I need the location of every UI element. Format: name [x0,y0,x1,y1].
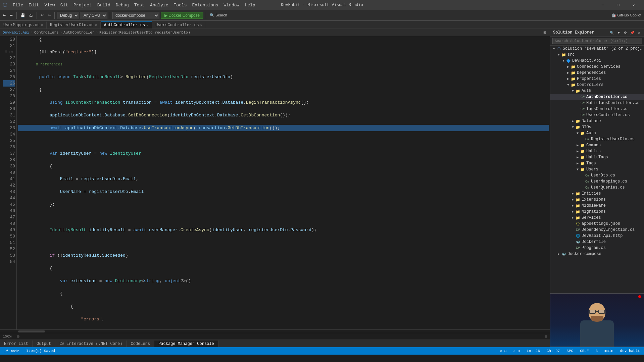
tree-services[interactable]: ▶ 📁 Services [550,215,644,221]
debug-mode-dropdown[interactable]: Debug [57,12,79,19]
tree-userdto[interactable]: C# UserDto.cs [550,172,644,178]
btab-codelens[interactable]: CodeLens [127,341,154,347]
branch-name[interactable]: main [603,349,614,353]
tree-userscontroller[interactable]: C# UsersController.cs [550,112,644,118]
tab-authcontroller-close[interactable]: ✕ [146,23,148,27]
tree-depinj[interactable]: C# DependencyInjection.cs [550,227,644,233]
run-button[interactable]: ▶ Docker Compose [161,12,203,19]
tree-middleware[interactable]: ▶ 📁 Middleware [550,203,644,209]
se-settings-button[interactable]: ⚙ [623,31,628,35]
minimize-button[interactable]: ─ [595,0,610,10]
chevron-icon: ▼ [571,89,575,93]
menu-edit[interactable]: Edit [26,2,42,8]
tree-appsettings[interactable]: {} appsettings.json [550,221,644,227]
tree-usermappings[interactable]: C# UserMappings.cs [550,178,644,185]
tree-dockerfile[interactable]: 🐋 Dockerfile [550,239,644,245]
tree-registeruserdto[interactable]: C# RegisterUserDto.cs [550,136,644,142]
tree-authcontroller-cs[interactable]: C# AuthController.cs [550,94,644,100]
btab-output[interactable]: Output [33,341,55,347]
tree-src[interactable]: ▼ 📁 src [550,52,644,58]
tab-usermappings[interactable]: UserMappings.cs ✕ [0,21,47,29]
git-branch[interactable]: ⎇ main [3,349,21,353]
menu-extensions[interactable]: Extensions [190,2,221,8]
scroll-btn-right[interactable] [545,335,547,338]
horizontal-scrollbar[interactable] [0,329,550,333]
tree-properties[interactable]: ▶ 📁 Properties [550,76,644,82]
scrollbar-thumb[interactable] [18,330,45,332]
close-button[interactable]: ✕ [626,0,641,10]
menu-project[interactable]: Project [71,2,95,8]
tree-habits[interactable]: ▶ 📁 Habits [550,148,644,154]
toolbar-saveall[interactable]: 🗂 [28,13,34,18]
tree-database[interactable]: ▶ 📁 Database [550,118,644,124]
editor-content[interactable]: 20 21 0 ref 22 23 24 25 26 27 28 29 30 3… [0,36,550,329]
platform-dropdown[interactable]: Any CPU [81,12,107,19]
warning-count[interactable]: ⚠ 0 [512,349,521,353]
split-editor-button[interactable]: ⊞ [542,30,547,35]
error-count[interactable]: ✕ 0 [498,349,508,353]
btab-csharp-interactive[interactable]: C# Interactive (.NET Core) [55,341,127,347]
launch-profile-dropdown[interactable]: docker-compose [112,12,159,19]
project-name[interactable]: dev-habit [619,349,641,353]
menu-analyze[interactable]: Analyze [147,2,171,8]
toolbar-redo[interactable]: ↪ [46,12,52,18]
menu-view[interactable]: View [42,2,57,8]
menu-file[interactable]: File [10,2,26,8]
se-pin-button[interactable]: 📌 [629,31,635,35]
toolbar-back[interactable]: ⬅ [1,12,7,18]
toolbar-save[interactable]: 💾 [19,12,27,18]
tab-registeruserdto[interactable]: RegisterUserDto.cs ✕ [47,21,101,29]
tree-devhabit-api[interactable]: ▼ 🔷 DevHabit.Api [550,58,644,64]
whitespace-mode[interactable]: SPC [565,349,575,353]
btab-package-manager[interactable]: Package Manager Console [154,341,218,347]
btab-errorlist[interactable]: Error List [0,341,33,347]
indent-size[interactable]: 3 [594,349,599,353]
tree-entities[interactable]: ▶ 📁 Entities [550,191,644,197]
se-search-input[interactable] [552,38,642,44]
tab-usermappings-close[interactable]: ✕ [41,23,43,27]
cursor-line[interactable]: Ln: 26 [525,349,541,353]
tree-tags[interactable]: ▶ 📁 Tags [550,160,644,166]
menu-tools[interactable]: Tools [171,2,190,8]
search-button[interactable]: 🔍 HelpSearch [208,12,229,18]
tree-auth-folder[interactable]: ▼ 📁 Auth [550,88,644,94]
tree-program-cs[interactable]: C# Program.cs [550,245,644,251]
tree-docker-compose[interactable]: ▶ 🐋 docker-compose [550,251,644,257]
github-copilot-button[interactable]: 🤖 GitHub Copilot [610,12,643,18]
tree-connected-services[interactable]: ▶ 📁 Connected Services [550,64,644,70]
code-editor[interactable]: { [HttpPost("register")] 0 references pu… [17,36,550,329]
tree-dependencies[interactable]: ▶ 📁 Dependencies [550,70,644,76]
scroll-btn-left[interactable] [17,335,19,338]
tree-habittagscontroller[interactable]: C# HabitTagsController.cs [550,100,644,106]
tree-common[interactable]: ▶ 📁 Common [550,142,644,148]
menu-window[interactable]: Window [221,2,242,8]
tree-dtos[interactable]: ▼ 📁 DTOs [550,124,644,130]
menu-debug[interactable]: Debug [113,2,132,8]
tab-authcontroller[interactable]: AuthController.cs ✕ [101,21,152,29]
tab-userscontroller-close[interactable]: ✕ [200,23,202,27]
menu-test[interactable]: Test [132,2,147,8]
tree-api-http[interactable]: 🌐 DevHabit.Api.http [550,233,644,239]
tree-users-folder[interactable]: ▼ 📁 Users [550,166,644,172]
cursor-col[interactable]: Ch: 97 [545,349,561,353]
se-collapse-button[interactable]: ▼ [616,31,622,35]
tree-dtos-auth[interactable]: ▼ 📁 Auth [550,130,644,136]
tree-tagscontroller[interactable]: C# TagsController.cs [550,106,644,112]
maximize-button[interactable]: □ [610,0,626,10]
toolbar-forward[interactable]: ➡ [8,12,14,18]
se-close-button[interactable]: ✕ [637,31,641,35]
tree-migrations[interactable]: ▶ 📁 Migrations [550,209,644,215]
tree-solution[interactable]: ▼ ⬡ Solution 'DevHabit' (2 of 2 projects… [550,46,644,52]
tree-habittags[interactable]: ▶ 📁 HabitTags [550,154,644,160]
tab-userscontroller[interactable]: UsersController.cs ✕ [152,21,206,29]
se-search-button[interactable]: 🔍 [609,31,615,35]
tree-controllers[interactable]: ▼ 📁 Controllers [550,82,644,88]
toolbar-undo[interactable]: ↩ [39,12,45,18]
tree-extensions[interactable]: ▶ 📁 Extensions [550,197,644,203]
menu-git[interactable]: Git [58,2,71,8]
menu-help[interactable]: Help [242,2,258,8]
tree-userqueries[interactable]: C# UserQueries.cs [550,185,644,191]
line-ending[interactable]: CRLF [579,349,590,353]
menu-build[interactable]: Build [95,2,113,8]
tab-registeruserdto-close[interactable]: ✕ [95,23,97,27]
